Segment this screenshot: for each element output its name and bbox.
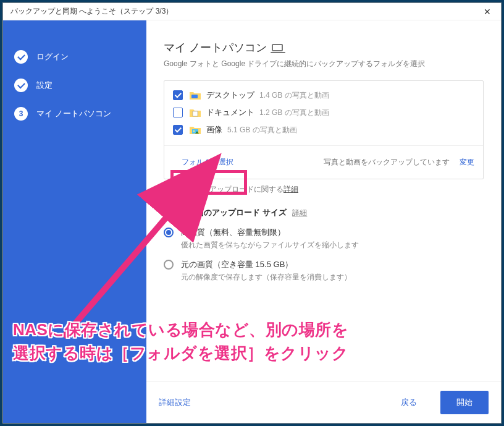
sidebar-step-laptop[interactable]: 3 マイ ノートパソコン [3,100,146,128]
titlebar: バックアップと同期 へようこそ（ステップ 3/3） ✕ [3,3,501,20]
window-title: バックアップと同期 へようこそ（ステップ 3/3） [10,6,173,17]
documents-folder-icon [189,108,201,117]
folder-size: 1.2 GB の写真と動画 [259,108,329,118]
close-icon[interactable]: ✕ [479,6,496,18]
page-subtitle: Google フォトと Google ドライブに継続的にバックアップするフォルダ… [164,59,484,69]
desktop-folder-icon [189,90,201,100]
checkbox-icon[interactable] [173,108,183,117]
folder-name: ドキュメント [206,107,254,118]
check-icon [14,50,28,64]
folder-row-pictures[interactable]: 画像 5.1 GB の写真と動画 [173,124,474,135]
quality-option-original[interactable]: 元の画質（空き容量 15.5 GB） 元の解像度で保存します（保存容量を消費しま… [164,259,484,283]
radio-icon[interactable] [164,260,174,270]
folder-size: 5.1 GB の写真と動画 [227,125,297,135]
back-button[interactable]: 戻る [392,392,426,413]
bottom-bar: 詳細設定 戻る 開始 [146,381,501,423]
folder-selection-box: デスクトップ 1.4 GB の写真と動画 ドキュメント 1.2 GB の写真と動… [164,80,484,179]
upload-detail-text: 写真と動画のアップロードに関する詳細 [165,184,484,195]
svg-rect-1 [193,111,198,116]
folder-list: デスクトップ 1.4 GB の写真と動画 ドキュメント 1.2 GB の写真と動… [164,81,483,145]
folder-size: 1.4 GB の写真と動画 [259,90,329,101]
main-panel: マイ ノートパソコン Google フォトと Google ドライブに継続的にバ… [146,20,501,423]
quality-option-high[interactable]: 高画質（無料、容量無制限） 優れた画質を保ちながらファイルサイズを縮小します [164,227,484,250]
body: ログイン 設定 3 マイ ノートパソコン マイ ノートパソコン Google フ… [3,20,501,423]
radio-desc: 元の解像度で保存します（保存容量を消費します） [181,272,351,283]
radio-icon[interactable] [164,228,174,237]
start-button[interactable]: 開始 [440,391,489,414]
upload-size-detail-link[interactable]: 詳細 [292,208,307,217]
folder-footer: フォルダを選択 写真と動画をバックアップしています 変更 [164,145,483,179]
upload-detail-link[interactable]: 詳細 [284,185,298,194]
step-label: 設定 [36,80,52,91]
sidebar-step-settings[interactable]: 設定 [3,71,146,100]
svg-point-3 [193,130,195,132]
radio-desc: 優れた画質を保ちながらファイルサイズを縮小します [181,240,359,250]
pictures-folder-icon [189,125,201,135]
checkbox-icon[interactable] [173,90,183,100]
backup-status-text: 写真と動画をバックアップしています [324,157,450,168]
folder-name: 画像 [206,124,222,135]
select-folder-button[interactable]: フォルダを選択 [173,152,242,173]
laptop-icon [272,44,283,51]
folder-row-desktop[interactable]: デスクトップ 1.4 GB の写真と動画 [173,90,474,101]
change-link[interactable]: 変更 [460,157,474,168]
radio-label: 高画質（無料、容量無制限） [181,227,359,238]
app-window: バックアップと同期 へようこそ（ステップ 3/3） ✕ ログイン 設定 3 マイ… [2,2,502,424]
check-icon [14,79,28,92]
checkbox-icon[interactable] [173,125,183,135]
svg-rect-0 [191,95,198,98]
advanced-settings-link[interactable]: 詳細設定 [159,397,191,408]
folder-name: デスクトップ [206,90,254,101]
folder-row-documents[interactable]: ドキュメント 1.2 GB の写真と動画 [173,107,474,118]
sidebar: ログイン 設定 3 マイ ノートパソコン [3,20,146,423]
step-number-icon: 3 [14,107,28,121]
sidebar-step-login[interactable]: ログイン [3,43,146,71]
radio-label: 元の画質（空き容量 15.5 GB） [181,259,351,270]
upload-size-heading: 写真と動画のアップロード サイズ 詳細 [164,207,484,218]
step-label: ログイン [36,51,69,62]
step-label: マイ ノートパソコン [36,108,111,119]
page-title: マイ ノートパソコン [164,40,484,55]
